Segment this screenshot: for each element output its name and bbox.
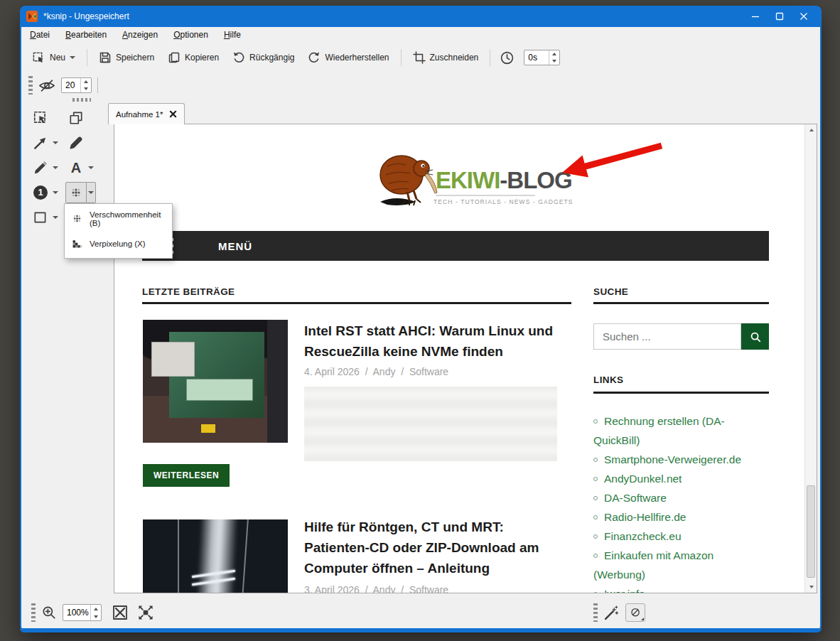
menu-bearbeiten[interactable]: Bearbeiten xyxy=(65,30,107,40)
marker-tool-button[interactable] xyxy=(30,157,51,178)
minimize-button[interactable] xyxy=(743,6,768,27)
blur-factor-up-button[interactable] xyxy=(81,78,91,85)
scrollbar-thumb[interactable] xyxy=(807,485,815,578)
sidebar-link[interactable]: Iwer.info xyxy=(604,588,645,593)
menu-anzeigen[interactable]: Anzeigen xyxy=(122,30,158,40)
chevron-down-icon[interactable] xyxy=(53,216,58,219)
blur-tool-button[interactable] xyxy=(65,182,87,203)
duplicate-tool-button[interactable] xyxy=(65,107,87,129)
copy-button[interactable]: Kopieren xyxy=(166,48,221,67)
chevron-down-icon[interactable] xyxy=(88,166,94,169)
hide-toolbar-icon[interactable] xyxy=(38,80,55,92)
sidebar-link[interactable]: AndyDunkel.net xyxy=(604,473,682,485)
article-thumbnail[interactable] xyxy=(143,519,288,593)
search-button[interactable] xyxy=(741,323,769,350)
close-button[interactable] xyxy=(792,6,816,27)
list-item: Iwer.info xyxy=(593,584,763,593)
chevron-down-icon[interactable] xyxy=(70,56,75,59)
toolbar-separator xyxy=(87,49,87,66)
pencil-tool-button[interactable] xyxy=(65,132,87,153)
red-arrow-annotation[interactable] xyxy=(556,141,667,183)
nav-menu-label[interactable]: MENÜ xyxy=(218,240,252,252)
maximize-button[interactable] xyxy=(768,6,792,27)
sidebar-link[interactable]: DA-Software xyxy=(604,492,667,504)
undo-button[interactable]: Rückgängig xyxy=(230,48,296,67)
article-title[interactable]: Intel RST statt AHCI: Warum Linux und Re… xyxy=(304,320,563,362)
close-icon xyxy=(799,12,808,21)
article-category[interactable]: Software xyxy=(409,366,448,377)
menubar: Datei Bearbeiten Anzeigen Optionen Hilfe xyxy=(21,27,241,43)
select-tool-button[interactable] xyxy=(30,107,51,129)
zoom-up-button[interactable] xyxy=(91,605,101,613)
redo-button[interactable]: Wiederherstellen xyxy=(306,48,391,67)
search-input[interactable] xyxy=(593,323,741,350)
bullet-icon xyxy=(593,496,598,500)
copy-icon xyxy=(168,51,181,64)
chevron-down-icon[interactable] xyxy=(53,141,58,144)
text-tool-button[interactable]: A xyxy=(65,157,87,178)
menu-item-verschwommenheit[interactable]: Verschwommenheit (B) xyxy=(65,206,172,231)
drag-handle-icon[interactable] xyxy=(72,98,91,102)
drag-handle-icon[interactable] xyxy=(28,76,33,95)
chevron-down-icon[interactable] xyxy=(53,191,58,194)
delay-down-button[interactable] xyxy=(549,58,559,65)
scroll-down-button[interactable] xyxy=(805,581,817,593)
delay-spinbox xyxy=(524,50,560,65)
article-title[interactable]: Hilfe für Röntgen, CT und MRT: Patienten… xyxy=(304,517,569,578)
chevron-down-icon[interactable] xyxy=(53,166,58,169)
zoom-in-icon[interactable] xyxy=(41,605,57,620)
scroll-up-button[interactable] xyxy=(805,124,817,136)
site-logo-title[interactable]: EKIWI-BLOG xyxy=(436,167,572,194)
drag-handle-icon[interactable] xyxy=(31,603,36,622)
crop-button[interactable]: Zuschneiden xyxy=(411,48,481,67)
sidebar-link[interactable]: Radio-Hellfire.de xyxy=(604,511,686,523)
expand-fullscreen-icon[interactable] xyxy=(137,604,154,621)
menu-optionen[interactable]: Optionen xyxy=(173,30,208,40)
no-effect-button[interactable] xyxy=(625,603,645,622)
sidebar-link[interactable]: Einkaufen mit Amazon (Werbung) xyxy=(593,549,714,581)
article-category[interactable]: Software xyxy=(409,584,448,593)
blur-factor-down-button[interactable] xyxy=(81,85,91,92)
sidebar-link[interactable]: Finanzcheck.eu xyxy=(604,530,682,542)
rect-tool-button[interactable] xyxy=(30,207,51,228)
bullet-icon xyxy=(593,515,598,519)
menu-item-verpixelung[interactable]: Verpixelung (X) xyxy=(65,231,172,256)
blur-tool-dropdown-button[interactable] xyxy=(87,182,96,203)
zoom-input[interactable] xyxy=(63,605,90,620)
capture-canvas[interactable]: EKIWI-BLOG TECH - TUTORIALS - NEWS - GAD… xyxy=(114,124,817,593)
statusbar xyxy=(21,600,820,625)
bullet-icon xyxy=(593,592,598,593)
sidebar-link[interactable]: Smartphone-Verweigerer.de xyxy=(604,453,741,465)
delay-input[interactable] xyxy=(524,50,549,65)
effects-wand-icon[interactable] xyxy=(603,605,620,621)
rectangle-icon xyxy=(33,210,48,225)
minimize-icon xyxy=(751,12,760,21)
save-button[interactable]: Speichern xyxy=(97,48,156,67)
list-item: Radio-Hellfire.de xyxy=(593,507,763,527)
menu-datei[interactable]: Datei xyxy=(30,30,50,40)
article-author[interactable]: Andy xyxy=(373,366,396,377)
tab-aufnahme-1[interactable]: Aufnahme 1* xyxy=(108,103,185,124)
bullet-icon xyxy=(593,458,598,462)
sidebar-link[interactable]: Rechnung erstellen (DA-QuickBill) xyxy=(593,415,725,446)
marker-icon xyxy=(33,160,48,176)
redo-icon xyxy=(308,51,321,64)
number-tool-button[interactable]: 1 xyxy=(30,182,51,203)
canvas-scrollbar[interactable] xyxy=(804,124,817,593)
fit-window-icon[interactable] xyxy=(112,604,129,621)
search-icon xyxy=(749,330,762,343)
menu-hilfe[interactable]: Hilfe xyxy=(224,30,241,40)
list-item: Finanzcheck.eu xyxy=(593,527,763,546)
pencil-icon xyxy=(68,135,84,151)
read-more-button[interactable]: WEITERLESEN xyxy=(143,464,230,487)
zoom-down-button[interactable] xyxy=(91,613,101,620)
search-heading: SUCHE xyxy=(593,286,628,297)
new-button[interactable]: Neu xyxy=(30,48,77,68)
article-author[interactable]: Andy xyxy=(373,584,396,593)
tab-close-icon[interactable] xyxy=(169,110,177,118)
blur-factor-input[interactable] xyxy=(62,78,80,92)
drag-handle-icon[interactable] xyxy=(593,603,598,622)
arrow-tool-button[interactable] xyxy=(30,132,51,153)
article-thumbnail[interactable] xyxy=(143,320,288,443)
delay-up-button[interactable] xyxy=(549,50,559,58)
